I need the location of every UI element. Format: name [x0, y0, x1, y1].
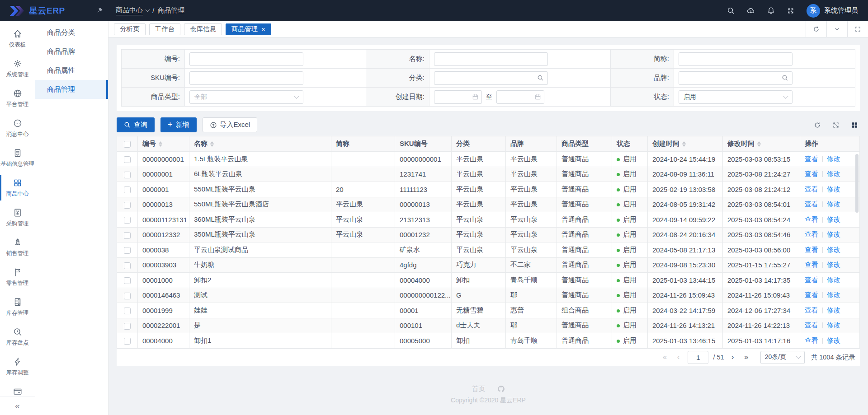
sort-carets-icon[interactable] — [682, 141, 686, 147]
row-checkbox[interactable] — [124, 277, 131, 284]
fullscreen-icon[interactable] — [787, 7, 794, 14]
edit-link[interactable]: 修改 — [827, 170, 840, 177]
edit-link[interactable]: 修改 — [827, 155, 840, 163]
sidebar-item-sales-management[interactable]: 销售管理 — [0, 233, 35, 262]
column-settings-icon[interactable] — [851, 121, 858, 129]
edit-link[interactable]: 修改 — [827, 215, 840, 223]
filter-goods-name-input[interactable] — [434, 52, 548, 66]
column-header-modified[interactable]: 修改时间 — [723, 136, 800, 152]
sort-carets-icon[interactable] — [757, 141, 761, 147]
search-icon[interactable] — [537, 75, 544, 81]
sidebar-item-stocktake[interactable]: 库存盘点 — [0, 322, 35, 352]
filter-code-input[interactable] — [189, 52, 303, 66]
start-date-input[interactable] — [434, 90, 482, 104]
edit-link[interactable]: 修改 — [827, 306, 840, 314]
edit-link[interactable]: 修改 — [827, 291, 840, 298]
row-checkbox[interactable] — [124, 232, 131, 239]
row-checkbox[interactable] — [124, 217, 131, 224]
edit-link[interactable]: 修改 — [827, 230, 840, 238]
sidebar-collapse-button[interactable]: « — [0, 396, 35, 415]
tab-close-icon[interactable]: × — [261, 26, 265, 33]
row-checkbox[interactable] — [124, 202, 131, 209]
edit-link[interactable]: 修改 — [827, 261, 840, 268]
view-link[interactable]: 查看 — [805, 170, 818, 177]
prev-page-icon[interactable]: ‹ — [671, 353, 685, 362]
query-button[interactable]: 查询 — [117, 117, 155, 132]
sidebar-item-dashboard[interactable]: 仪表板 — [0, 24, 35, 54]
view-link[interactable]: 查看 — [805, 336, 818, 344]
view-link[interactable]: 查看 — [805, 291, 818, 298]
cloud-download-icon[interactable] — [747, 7, 755, 14]
menu-item-goods-category[interactable]: 商品分类 — [35, 23, 108, 42]
sidebar-item-goods-center[interactable]: 商品中心 — [0, 173, 35, 203]
filter-goods-type-select[interactable]: 全部 — [189, 90, 303, 104]
view-link[interactable]: 查看 — [805, 230, 818, 238]
view-link[interactable]: 查看 — [805, 261, 818, 268]
filter-sku-input[interactable] — [189, 71, 303, 85]
sidebar-item-stock-adjust[interactable]: 库存调整 — [0, 352, 35, 382]
edit-link[interactable]: 修改 — [827, 321, 840, 329]
end-date-text[interactable] — [497, 91, 534, 103]
edit-link[interactable]: 修改 — [827, 246, 840, 253]
user-menu[interactable]: 系 系统管理员 — [807, 4, 858, 18]
page-size-select[interactable]: 20条/页 — [760, 351, 805, 364]
filter-brand-text[interactable] — [679, 72, 782, 84]
breadcrumb-parent[interactable]: 商品中心 — [116, 6, 143, 15]
search-icon[interactable] — [727, 7, 735, 14]
refresh-icon[interactable] — [814, 121, 821, 129]
filter-status-select[interactable]: 启用 — [679, 90, 793, 104]
avatar[interactable]: 系 — [807, 4, 820, 18]
sort-carets-icon[interactable] — [210, 141, 214, 147]
pin-icon[interactable] — [96, 7, 103, 14]
first-page-icon[interactable]: « — [658, 353, 671, 362]
row-checkbox[interactable] — [124, 323, 131, 330]
footer-home-link[interactable]: 首页 — [472, 385, 486, 393]
row-checkbox[interactable] — [124, 308, 131, 314]
menu-item-goods-brand[interactable]: 商品品牌 — [35, 42, 108, 61]
scrollbar-thumb[interactable] — [855, 154, 859, 213]
column-header-created[interactable]: 创建时间 — [648, 136, 723, 152]
tab-workbench[interactable]: 工作台 — [149, 23, 181, 35]
maximize-icon[interactable] — [847, 21, 868, 37]
sidebar-item-settlement-management[interactable]: 结算管理 — [0, 382, 35, 396]
filter-category-text[interactable] — [434, 72, 537, 84]
edit-link[interactable]: 修改 — [827, 185, 840, 193]
edit-link[interactable]: 修改 — [827, 276, 840, 284]
view-link[interactable]: 查看 — [805, 306, 818, 314]
last-page-icon[interactable]: » — [740, 353, 753, 362]
row-checkbox[interactable] — [124, 247, 131, 254]
view-link[interactable]: 查看 — [805, 200, 818, 208]
github-icon[interactable] — [497, 385, 505, 393]
row-checkbox[interactable] — [124, 172, 131, 178]
sidebar-item-message-center[interactable]: 消息中心 — [0, 113, 35, 143]
refresh-icon[interactable] — [806, 21, 826, 37]
bell-icon[interactable] — [767, 7, 775, 14]
sidebar-item-system-management[interactable]: 系统管理 — [0, 54, 35, 84]
sidebar-item-retail-management[interactable]: 零售管理 — [0, 262, 35, 292]
row-checkbox[interactable] — [124, 338, 131, 345]
select-all-checkbox[interactable] — [124, 141, 131, 148]
edit-link[interactable]: 修改 — [827, 336, 840, 344]
end-date-input[interactable] — [496, 90, 544, 104]
menu-item-goods-attribute[interactable]: 商品属性 — [35, 61, 108, 80]
chevron-down-icon[interactable] — [826, 21, 847, 37]
edit-link[interactable]: 修改 — [827, 200, 840, 208]
row-checkbox[interactable] — [124, 187, 131, 193]
tab-warehouse-info[interactable]: 仓库信息 — [184, 23, 222, 35]
start-date-text[interactable] — [434, 91, 472, 103]
sidebar-item-platform-management[interactable]: 平台管理 — [0, 84, 35, 113]
next-page-icon[interactable]: › — [726, 353, 740, 362]
view-link[interactable]: 查看 — [805, 321, 818, 329]
view-link[interactable]: 查看 — [805, 155, 818, 163]
view-link[interactable]: 查看 — [805, 185, 818, 193]
import-excel-button[interactable]: 导入Excel — [203, 117, 258, 132]
column-header-code[interactable]: 编号 — [138, 136, 189, 152]
view-link[interactable]: 查看 — [805, 246, 818, 253]
view-link[interactable]: 查看 — [805, 215, 818, 223]
row-checkbox[interactable] — [124, 262, 131, 269]
sidebar-item-purchase-management[interactable]: 采购管理 — [0, 203, 35, 233]
row-checkbox[interactable] — [124, 156, 131, 163]
add-button[interactable]: + 新增 — [160, 117, 197, 132]
search-icon[interactable] — [782, 75, 788, 81]
tab-goods-management[interactable]: 商品管理× — [226, 23, 271, 35]
